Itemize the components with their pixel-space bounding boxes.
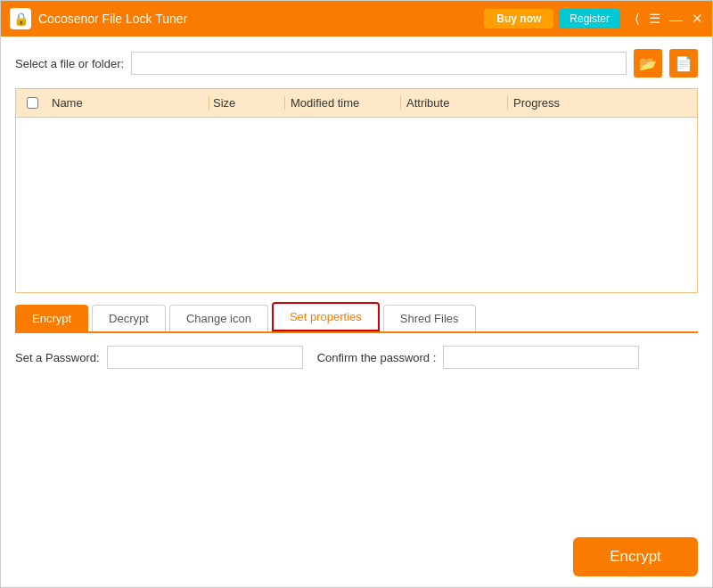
bottom-bar: Encrypt [1, 527, 712, 587]
browse-file-button[interactable]: 📄 [669, 49, 698, 78]
content-area: Select a file or folder: 📂 📄 Name Size M… [1, 37, 712, 527]
table-body [16, 118, 697, 291]
confirm-password-input[interactable] [443, 346, 639, 369]
titlebar-buttons: Buy now Register ⟨ ☰ — ✕ [484, 9, 703, 29]
header-name: Name [48, 96, 209, 110]
encrypt-main-button[interactable]: Encrypt [573, 537, 698, 576]
tab-encrypt[interactable]: Encrypt [15, 305, 88, 331]
file-select-label: Select a file or folder: [15, 57, 124, 70]
header-size: Size [209, 96, 284, 110]
select-all-checkbox[interactable] [27, 97, 38, 109]
header-attribute: Attribute [400, 96, 507, 110]
tab-decrypt[interactable]: Decrypt [92, 305, 166, 331]
table-header: Name Size Modified time Attribute Progre… [16, 89, 697, 118]
logo-icon: 🔒 [13, 12, 29, 26]
browse-folder-button[interactable]: 📂 [634, 49, 662, 78]
file-select-input[interactable] [131, 52, 627, 75]
buy-now-button[interactable]: Buy now [484, 9, 553, 29]
window-controls: ⟨ ☰ — ✕ [635, 11, 703, 27]
header-modified: Modified time [284, 96, 400, 110]
menu-icon[interactable]: ☰ [649, 11, 660, 27]
file-icon: 📄 [675, 55, 693, 72]
header-checkbox-col [16, 97, 48, 109]
app-logo: 🔒 [10, 8, 31, 29]
tab-change-icon[interactable]: Change icon [169, 305, 268, 331]
main-window: 🔒 Cocosenor File Lock Tuner Buy now Regi… [0, 0, 713, 588]
header-progress: Progress [507, 96, 697, 110]
app-title: Cocosenor File Lock Tuner [38, 12, 484, 26]
set-password-label: Set a Password: [15, 351, 100, 364]
close-icon[interactable]: ✕ [692, 11, 703, 27]
set-password-input[interactable] [107, 346, 303, 369]
tabs-row: Encrypt Decrypt Change icon Set properti… [15, 302, 698, 333]
file-select-row: Select a file or folder: 📂 📄 [15, 49, 698, 78]
confirm-password-label: Confirm the password : [317, 351, 437, 364]
register-button[interactable]: Register [559, 9, 620, 29]
tab-set-properties[interactable]: Set properties [272, 302, 380, 331]
titlebar: 🔒 Cocosenor File Lock Tuner Buy now Regi… [1, 1, 712, 37]
share-icon[interactable]: ⟨ [635, 11, 640, 27]
confirm-password-group: Confirm the password : [317, 346, 640, 369]
file-table: Name Size Modified time Attribute Progre… [15, 88, 698, 293]
tab-shred-files[interactable]: Shred Files [383, 305, 476, 331]
folder-icon: 📂 [639, 55, 657, 72]
minimize-icon[interactable]: — [669, 12, 683, 27]
set-password-group: Set a Password: [15, 346, 303, 369]
password-row: Set a Password: Confirm the password : [15, 346, 698, 369]
